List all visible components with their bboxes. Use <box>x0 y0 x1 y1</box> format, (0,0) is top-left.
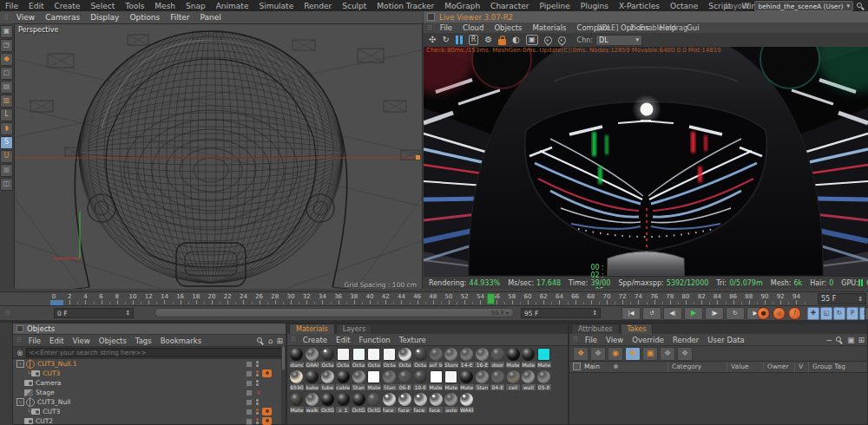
visibility-dots-icon[interactable] <box>256 370 259 376</box>
new-panel-icon[interactable]: ⊞ <box>858 336 865 344</box>
objects-scrollbar[interactable] <box>281 346 286 424</box>
material-swatch-face[interactable]: face_ <box>382 393 398 415</box>
octane-render-image[interactable] <box>424 47 868 276</box>
material-swatch-mate[interactable]: Mate <box>428 370 444 393</box>
menu-item-file[interactable]: File <box>581 336 602 344</box>
material-swatch-asfb[interactable]: asf_b <box>428 348 444 370</box>
expand-icon[interactable]: - <box>16 398 24 406</box>
layer-icon[interactable] <box>246 370 253 377</box>
material-swatch-14e[interactable]: 14-E <box>459 348 475 370</box>
viewport-label[interactable]: Perspective <box>18 26 58 34</box>
position-record-toggle[interactable]: ✚ <box>807 307 819 320</box>
next-frame-button[interactable]: |▶ <box>705 307 724 320</box>
play-backward-button[interactable]: ↺ <box>642 307 661 320</box>
camera-tag-icon[interactable] <box>262 369 272 377</box>
menu-item-animate[interactable]: Animate <box>211 2 254 10</box>
new-child-take-icon[interactable]: ❖ <box>590 347 606 361</box>
material-swatch-16e[interactable]: 16-E <box>475 348 490 370</box>
material-swatch-avio[interactable]: avio <box>444 393 459 415</box>
material-swatch-mate[interactable]: Mate <box>366 370 382 393</box>
menu-item-texture[interactable]: Texture <box>395 336 431 344</box>
menu-item-function[interactable]: Function <box>355 336 395 344</box>
material-swatch-05e[interactable]: 05-E <box>536 370 552 393</box>
pause-render-icon[interactable] <box>456 36 463 44</box>
drag-handle-icon[interactable]: ⠿ <box>0 14 11 22</box>
camera-tag-icon[interactable] <box>262 417 272 425</box>
axis-handle[interactable] <box>416 155 420 160</box>
tab-materials[interactable]: Materials <box>289 324 335 334</box>
menu-item-select[interactable]: Select <box>85 2 120 10</box>
menu-item-tags[interactable]: Tags <box>131 337 156 345</box>
drag-handle-icon[interactable]: ⠿ <box>424 24 435 32</box>
live-viewer-titlebar[interactable]: Live Viewer 3.07-R2 <box>424 11 868 23</box>
material-override-icon[interactable]: ❖ <box>677 347 693 361</box>
octane-render-view[interactable]: Check:80ms./153ms. MeshGen:0ms. Update(C… <box>424 47 868 276</box>
column-header-value[interactable]: Value <box>731 363 749 370</box>
tab-attributes[interactable]: Attributes <box>571 324 620 334</box>
material-swatch-mate[interactable]: Mate <box>536 348 552 370</box>
object-row-cut3[interactable]: └CUT3 <box>13 369 286 378</box>
solo-button[interactable]: ▤ <box>865 307 868 320</box>
menu-item-materials[interactable]: Materials <box>528 23 572 32</box>
drag-handle-icon[interactable]: ⠿ <box>2 310 13 317</box>
previous-frame-button[interactable]: ◀| <box>663 307 682 320</box>
material-swatch-stan[interactable]: Stan <box>475 370 490 393</box>
menu-item-create[interactable]: Create <box>299 336 332 344</box>
points-mode-icon[interactable]: ▤ <box>0 81 13 94</box>
material-swatch-10e[interactable]: 10-E <box>412 370 428 393</box>
record-keyframe-button[interactable]: ● <box>757 307 770 320</box>
menu-item-character[interactable]: Character <box>485 2 534 10</box>
focus-picker-icon[interactable] <box>542 35 554 46</box>
material-swatch-06e[interactable]: 06-E <box>398 370 413 393</box>
menu-item-render[interactable]: Render <box>668 336 703 344</box>
menu-item-cloud[interactable]: Cloud <box>457 23 489 32</box>
material-swatch-octa[interactable]: Octa <box>366 348 382 370</box>
autokeying-button[interactable]: ◎ <box>773 307 786 320</box>
spinner-icon[interactable]: ↕ <box>858 293 863 305</box>
timeline-slider[interactable]: 55 F ▾ <box>155 308 514 317</box>
search-icon[interactable] <box>857 3 865 10</box>
magnet-icon[interactable]: U <box>0 150 13 163</box>
render-region-icon[interactable]: ▣ <box>526 35 538 45</box>
visibility-dots-icon[interactable] <box>256 361 259 367</box>
menu-item-pipeline[interactable]: Pipeline <box>535 2 575 10</box>
material-swatch-walk[interactable]: walk <box>305 393 320 415</box>
menu-item-file[interactable]: File <box>0 2 23 10</box>
goto-start-button[interactable]: |◀ <box>621 307 641 320</box>
keyframe-selection-button[interactable]: ? <box>788 307 801 320</box>
material-swatch-face[interactable]: face_ <box>428 393 444 415</box>
column-header-v[interactable]: V <box>799 363 803 370</box>
visibility-dots-icon[interactable] <box>256 418 259 424</box>
material-swatch-04e[interactable]: 04-E <box>490 370 505 393</box>
wireframe-canvas[interactable] <box>15 24 422 292</box>
material-swatch-mate[interactable]: Mate <box>459 370 475 393</box>
material-swatch-cable[interactable]: cable <box>335 370 351 393</box>
menu-item-x-particles[interactable]: X-Particles <box>614 2 665 10</box>
timeline-ruler[interactable]: 55 F ↕ 024681012141618202224262830323436… <box>0 291 868 306</box>
material-swatch-ceil[interactable]: ceil <box>505 370 521 393</box>
play-loop-button[interactable]: ↻ <box>726 307 745 320</box>
drag-handle-icon[interactable]: ⠿ <box>287 336 299 343</box>
material-swatch-waki[interactable]: WAKI <box>459 393 475 415</box>
object-row-cut3_null.1[interactable]: -CUT3_Null.1 <box>13 359 286 369</box>
menu-item-objects[interactable]: Objects <box>489 23 527 32</box>
parameter-record-toggle[interactable]: P <box>846 307 858 320</box>
main-take-row[interactable]: Main <box>573 363 618 370</box>
viewport-layers-icon[interactable]: ◫ <box>0 178 13 191</box>
material-swatch-tube[interactable]: tube <box>320 370 336 393</box>
texture-mode-icon[interactable]: ◆ <box>0 53 13 66</box>
menu-item-create[interactable]: Create <box>49 2 86 10</box>
material-swatch-gral[interactable]: GRAl <box>305 348 320 370</box>
layer-icon[interactable] <box>246 361 253 368</box>
menu-item-display[interactable]: Display <box>85 13 124 22</box>
drag-handle-icon[interactable]: ⠿ <box>569 336 581 343</box>
menu-item-bookmarks[interactable]: Bookmarks <box>156 337 207 345</box>
material-swatch-octa[interactable]: Octa <box>382 348 398 370</box>
render-settings-override-icon[interactable]: ❖ <box>660 347 675 361</box>
material-swatch-face[interactable]: face_ <box>398 393 413 415</box>
visibility-dots-icon[interactable] <box>256 409 259 415</box>
camera-tag-icon[interactable] <box>262 408 272 415</box>
menu-item-panel[interactable]: Panel <box>194 13 226 22</box>
menu-item-filter[interactable]: Filter <box>165 13 194 22</box>
render-passes-icon[interactable]: ◐ <box>512 34 520 46</box>
